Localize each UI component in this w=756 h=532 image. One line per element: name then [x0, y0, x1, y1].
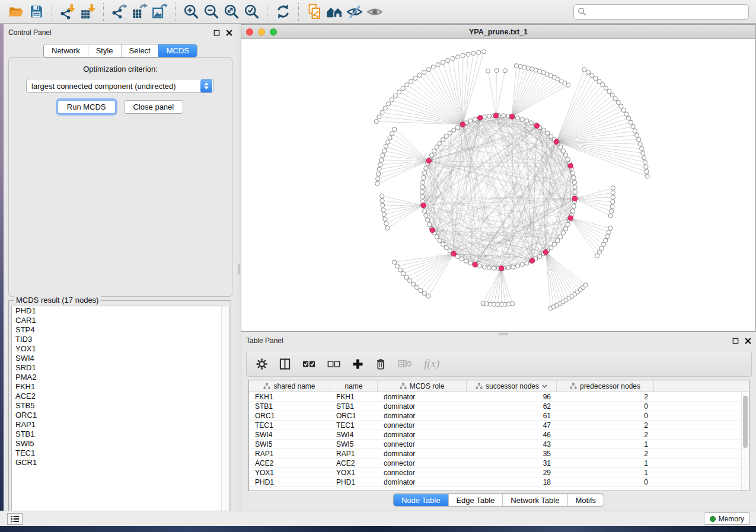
tab-network[interactable]: Network [44, 44, 88, 57]
graph-node[interactable] [520, 262, 524, 267]
table-row[interactable]: YOX1YOX1connector291 [249, 468, 749, 477]
graph-leaf-node[interactable] [419, 289, 423, 293]
graph-node[interactable] [541, 128, 546, 132]
close-panel-icon[interactable] [226, 30, 232, 36]
graph-node[interactable] [572, 204, 576, 209]
column-header-shared-name[interactable]: shared name [249, 380, 330, 392]
graph-leaf-node[interactable] [599, 246, 604, 251]
graph-node[interactable] [525, 261, 529, 265]
graph-node[interactable] [425, 218, 429, 222]
graph-leaf-node[interactable] [377, 115, 381, 119]
graph-leaf-node[interactable] [393, 260, 397, 264]
graph-node[interactable] [441, 137, 445, 142]
graph-mcds-hub-node[interactable] [473, 262, 477, 267]
table-row[interactable]: RAP1RAP1dominator352 [249, 449, 749, 459]
column-header-name[interactable]: name [330, 380, 378, 392]
graph-leaf-node[interactable] [611, 195, 615, 199]
graph-leaf-node[interactable] [610, 93, 614, 97]
export-network-icon[interactable] [109, 2, 129, 21]
graph-mcds-hub-node[interactable] [534, 123, 539, 128]
mcds-result-item[interactable]: TEC1 [12, 448, 229, 458]
graph-leaf-node[interactable] [385, 140, 390, 144]
tab-network-table[interactable]: Network Table [502, 494, 567, 506]
show-columns-icon[interactable] [279, 358, 291, 370]
graph-node[interactable] [549, 245, 553, 249]
graph-leaf-node[interactable] [482, 50, 486, 54]
graph-leaf-node[interactable] [407, 278, 412, 283]
graph-leaf-node[interactable] [636, 137, 640, 142]
graph-leaf-node[interactable] [411, 282, 415, 286]
graph-node[interactable] [529, 121, 533, 125]
graph-node[interactable] [424, 166, 428, 171]
graph-node[interactable] [420, 180, 425, 184]
graph-leaf-node[interactable] [638, 142, 642, 146]
graph-leaf-node[interactable] [616, 100, 620, 104]
zoom-selected-icon[interactable] [241, 2, 261, 21]
mcds-result-item[interactable]: PHD1 [12, 306, 229, 316]
graph-leaf-node[interactable] [414, 285, 419, 289]
deselect-all-icon[interactable] [327, 360, 340, 368]
graph-node[interactable] [420, 194, 425, 198]
graph-leaf-node[interactable] [374, 119, 378, 123]
graph-leaf-node[interactable] [377, 172, 381, 176]
graph-leaf-node[interactable] [633, 129, 637, 133]
run-mcds-button[interactable]: Run MCDS [58, 100, 116, 114]
graph-leaf-node[interactable] [642, 156, 646, 160]
mcds-result-item[interactable]: STB5 [12, 401, 229, 411]
graph-node[interactable] [482, 265, 486, 269]
graph-node[interactable] [559, 145, 563, 149]
graph-leaf-node[interactable] [422, 70, 426, 74]
graph-leaf-node[interactable] [640, 146, 644, 150]
open-file-icon[interactable] [6, 2, 26, 21]
graph-node[interactable] [561, 149, 565, 153]
graph-node[interactable] [520, 117, 524, 121]
graph-leaf-node[interactable] [381, 203, 385, 207]
graph-leaf-node[interactable] [404, 275, 409, 279]
tab-mcds[interactable]: MCDS [158, 44, 197, 57]
graph-leaf-node[interactable] [426, 68, 430, 72]
graph-node[interactable] [556, 239, 560, 243]
graph-node[interactable] [563, 153, 567, 157]
graph-leaf-node[interactable] [383, 106, 387, 110]
graph-leaf-node[interactable] [375, 181, 379, 185]
graph-leaf-node[interactable] [382, 212, 386, 216]
graph-leaf-node[interactable] [471, 51, 476, 55]
graph-leaf-node[interactable] [611, 200, 615, 204]
graph-node[interactable] [452, 128, 456, 132]
mcds-result-item[interactable]: ORC1 [12, 411, 229, 420]
graph-leaf-node[interactable] [594, 76, 598, 81]
maximize-window-icon[interactable] [270, 28, 277, 36]
graph-leaf-node[interactable] [398, 268, 402, 272]
import-network-icon[interactable] [58, 2, 78, 21]
graph-node[interactable] [420, 190, 424, 194]
graph-leaf-node[interactable] [645, 169, 649, 174]
mcds-result-item[interactable]: PMA2 [12, 373, 229, 382]
graph-node[interactable] [563, 227, 567, 231]
network-graph[interactable] [241, 39, 755, 331]
memory-button[interactable]: Memory [704, 512, 750, 525]
mcds-result-item[interactable]: SRD1 [12, 363, 229, 373]
graph-node[interactable] [566, 157, 570, 161]
mcds-result-item[interactable]: CAR1 [12, 316, 229, 325]
graph-leaf-node[interactable] [634, 133, 639, 137]
graph-leaf-node[interactable] [590, 73, 594, 78]
hide-selected-icon[interactable] [344, 2, 365, 21]
graph-node[interactable] [438, 141, 442, 145]
graph-leaf-node[interactable] [605, 234, 610, 238]
graph-node[interactable] [422, 175, 426, 180]
graph-leaf-node[interactable] [514, 63, 518, 68]
graph-node[interactable] [549, 134, 553, 138]
tab-motifs[interactable]: Motifs [567, 494, 604, 506]
graph-mcds-hub-node[interactable] [460, 122, 465, 127]
zoom-in-icon[interactable] [181, 2, 201, 21]
graph-mcds-hub-node[interactable] [421, 203, 426, 207]
graph-leaf-node[interactable] [610, 209, 614, 213]
mcds-result-item[interactable]: SWI5 [12, 439, 229, 448]
graph-node[interactable] [573, 185, 577, 189]
graph-node[interactable] [460, 257, 464, 261]
graph-leaf-node[interactable] [627, 116, 631, 120]
graph-leaf-node[interactable] [611, 191, 615, 195]
search-box[interactable] [573, 4, 749, 20]
search-input[interactable] [589, 8, 745, 16]
graph-leaf-node[interactable] [641, 151, 645, 155]
